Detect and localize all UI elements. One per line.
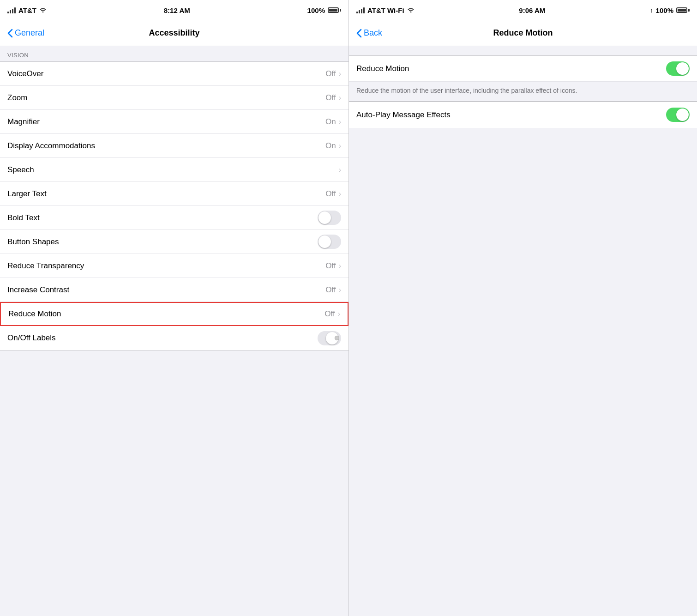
right-section-1: Reduce Motion	[349, 55, 697, 82]
carrier-label: AT&T	[18, 6, 36, 14]
signal-icon	[7, 7, 16, 13]
on-off-labels-row[interactable]: On/Off Labels	[0, 326, 348, 350]
description-text: Reduce the motion of the user interface,…	[356, 87, 577, 94]
bold-text-row[interactable]: Bold Text	[0, 206, 348, 230]
larger-text-value: Off ›	[325, 189, 341, 199]
left-status-bar: AT&T 8:12 AM 100%	[0, 0, 348, 20]
voiceover-row[interactable]: VoiceOver Off ›	[0, 62, 348, 86]
reduce-motion-toggle[interactable]	[666, 61, 690, 76]
chevron-icon: ›	[339, 118, 341, 126]
chevron-icon: ›	[339, 286, 341, 294]
reduce-motion-label: Reduce Motion	[8, 309, 61, 319]
right-section-2: Auto-Play Message Effects	[349, 102, 697, 128]
signal-icon-right	[356, 7, 365, 13]
vision-section-header: VISION	[0, 46, 348, 61]
page-title: Accessibility	[149, 28, 199, 38]
larger-text-row[interactable]: Larger Text Off ›	[0, 182, 348, 206]
reduce-motion-value: Off ›	[324, 309, 340, 319]
bold-text-toggle[interactable]	[318, 211, 341, 225]
reduce-motion-toggle-row[interactable]: Reduce Motion	[349, 56, 697, 82]
status-left: AT&T	[7, 6, 47, 14]
battery-percent: 100%	[307, 6, 325, 14]
back-label: General	[15, 28, 44, 38]
right-status-bar: AT&T Wi-Fi 9:06 AM ↑ 100%	[349, 0, 697, 20]
time-label-right: 9:06 AM	[519, 6, 545, 14]
reduce-motion-toggle-label: Reduce Motion	[356, 64, 409, 73]
increase-contrast-label: Increase Contrast	[7, 285, 69, 295]
battery-percent-right: 100%	[656, 6, 673, 14]
battery-icon	[328, 7, 341, 13]
magnifier-row[interactable]: Magnifier On ›	[0, 110, 348, 134]
chevron-icon: ›	[339, 262, 341, 270]
speech-value: ›	[339, 166, 341, 174]
right-panel: AT&T Wi-Fi 9:06 AM ↑ 100% Back Reduce Mo…	[348, 0, 697, 616]
on-off-labels-label: On/Off Labels	[7, 333, 56, 343]
status-left-right: AT&T Wi-Fi	[356, 6, 415, 14]
chevron-icon: ›	[339, 70, 341, 78]
back-button[interactable]: General	[7, 28, 44, 38]
status-right: 100%	[307, 6, 341, 14]
increase-contrast-row[interactable]: Increase Contrast Off ›	[0, 278, 348, 302]
magnifier-value: On ›	[325, 117, 341, 127]
settings-list: VoiceOver Off › Zoom Off › Magnifier On …	[0, 61, 348, 350]
zoom-value: Off ›	[325, 93, 341, 103]
voiceover-label: VoiceOver	[7, 69, 43, 79]
wifi-icon-right	[407, 6, 415, 14]
location-icon: ↑	[650, 7, 653, 14]
right-back-label: Back	[364, 28, 382, 38]
button-shapes-label: Button Shapes	[7, 237, 59, 247]
left-nav-bar: General Accessibility	[0, 20, 348, 46]
display-accommodations-label: Display Accommodations	[7, 141, 95, 151]
on-off-labels-toggle[interactable]	[318, 331, 341, 345]
carrier-label-right: AT&T Wi-Fi	[367, 6, 404, 14]
auto-play-toggle-label: Auto-Play Message Effects	[356, 110, 451, 120]
larger-text-label: Larger Text	[7, 189, 47, 199]
display-accommodations-value: On ›	[325, 141, 341, 151]
battery-icon-right	[676, 7, 690, 13]
button-shapes-toggle[interactable]	[318, 235, 341, 249]
reduce-motion-row[interactable]: Reduce Motion Off ›	[0, 302, 348, 326]
speech-row[interactable]: Speech ›	[0, 158, 348, 182]
zoom-label: Zoom	[7, 93, 27, 103]
auto-play-toggle-row[interactable]: Auto-Play Message Effects	[349, 102, 697, 128]
chevron-icon: ›	[339, 94, 341, 102]
display-accommodations-row[interactable]: Display Accommodations On ›	[0, 134, 348, 158]
voiceover-value: Off ›	[325, 69, 341, 79]
bold-text-label: Bold Text	[7, 213, 40, 223]
wifi-icon	[39, 6, 47, 14]
right-back-button[interactable]: Back	[356, 28, 382, 38]
right-page-title: Reduce Motion	[493, 28, 553, 38]
chevron-icon: ›	[339, 190, 341, 198]
magnifier-label: Magnifier	[7, 117, 40, 127]
auto-play-toggle[interactable]	[666, 108, 690, 122]
reduce-transparency-value: Off ›	[325, 261, 341, 271]
status-right-right: ↑ 100%	[650, 6, 690, 14]
zoom-row[interactable]: Zoom Off ›	[0, 86, 348, 110]
left-panel: AT&T 8:12 AM 100% General Accessibility …	[0, 0, 348, 616]
chevron-icon: ›	[339, 166, 341, 174]
reduce-transparency-row[interactable]: Reduce Transparency Off ›	[0, 254, 348, 278]
chevron-icon: ›	[338, 310, 340, 318]
increase-contrast-value: Off ›	[325, 285, 341, 295]
reduce-motion-description: Reduce the motion of the user interface,…	[349, 82, 697, 102]
chevron-icon: ›	[339, 142, 341, 150]
right-nav-bar: Back Reduce Motion	[349, 20, 697, 46]
reduce-transparency-label: Reduce Transparency	[7, 261, 84, 271]
time-label: 8:12 AM	[164, 6, 190, 14]
speech-label: Speech	[7, 165, 34, 175]
button-shapes-row[interactable]: Button Shapes	[0, 230, 348, 254]
